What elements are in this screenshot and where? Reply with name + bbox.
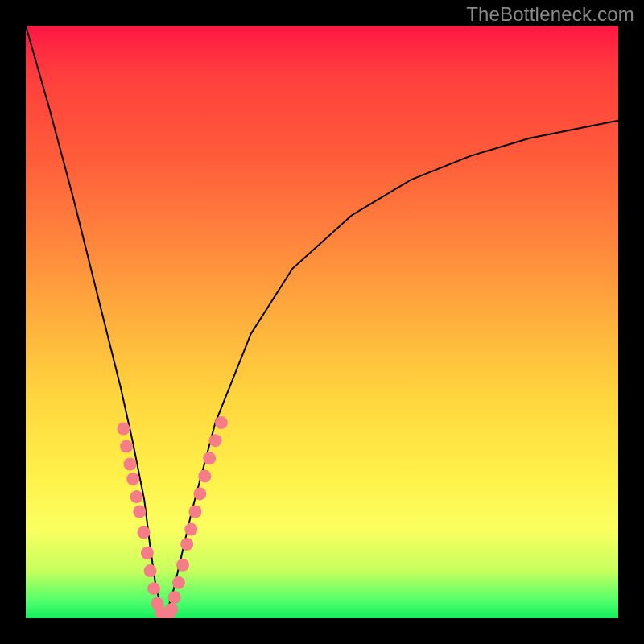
marker-dot [133, 506, 146, 518]
marker-dot [165, 603, 178, 616]
marker-dot [193, 487, 206, 500]
marker-dot [147, 582, 160, 595]
marker-dot [138, 526, 151, 539]
marker-dot [168, 591, 181, 604]
chart-root: TheBottleneck.com [0, 0, 644, 644]
marker-dot [124, 458, 137, 471]
marker-dot [176, 559, 189, 572]
marker-dot [126, 473, 139, 485]
marker-dot [172, 576, 185, 589]
marker-dot [198, 469, 211, 482]
marker-dot [209, 434, 222, 447]
marker-dot [117, 423, 130, 436]
marker-dot [120, 440, 133, 453]
marker-dot [180, 538, 193, 551]
marker-dot [184, 523, 197, 536]
curve-layer [26, 26, 618, 618]
marker-dot [189, 506, 202, 518]
bottleneck-curve [26, 26, 618, 618]
watermark-text: TheBottleneck.com [466, 3, 634, 26]
marker-dot [144, 564, 157, 577]
marker-dot [130, 490, 143, 503]
marker-dot [141, 547, 154, 559]
marker-dot [215, 416, 228, 429]
marker-dot [203, 452, 216, 464]
